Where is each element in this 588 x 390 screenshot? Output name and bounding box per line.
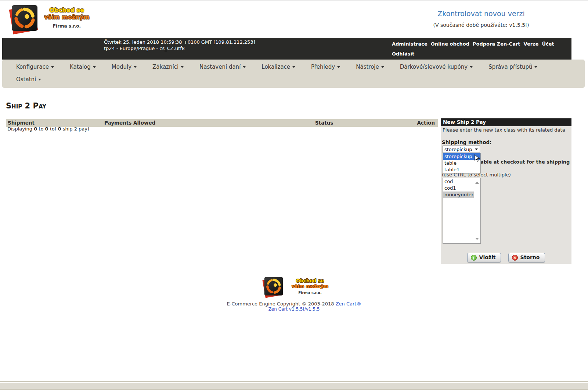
info-bar: Čtvrtek 25. leden 2018 10:59:38 +0100 GM…: [2, 38, 571, 60]
dropdown-option-table1[interactable]: table1: [443, 167, 480, 173]
shipping-method-label: Shipping method:: [442, 139, 492, 145]
server-datetime: Čtvrtek 25. leden 2018 10:59:38 +0100 GM…: [104, 39, 255, 45]
admin-page: Obchod se vším možným Firma s.r.o. Zkont…: [0, 0, 588, 390]
link-administrace[interactable]: Administrace: [392, 41, 428, 47]
x-icon: ✕: [512, 255, 518, 261]
chevron-down-icon: [470, 66, 473, 68]
footer-logo[interactable]: Obchod se vším možným Firma s.r.o.: [261, 276, 335, 298]
shipments-table-header: Shipment Payments Allowed Status Action: [6, 119, 438, 127]
check-new-version-link[interactable]: Zkontrolovat novou verzi: [397, 10, 566, 18]
menu-katalog[interactable]: Katalog: [70, 63, 96, 71]
menu-nastaveni-dani[interactable]: Nastavení daní: [199, 63, 246, 71]
current-version-text: (V současné době používáte: v1.5.5f): [397, 22, 566, 28]
column-shipment: Shipment: [8, 120, 35, 126]
link-ucet[interactable]: Účet: [542, 41, 554, 47]
admin-quick-links: AdministraceOnline obchodPodpora Zen-Car…: [392, 40, 558, 58]
chevron-down-icon: [292, 66, 295, 68]
payments-selectable-label: ctable at checkout for the shipping: [475, 159, 571, 165]
listbox-option-moneyorder[interactable]: moneyorder: [443, 192, 474, 198]
zen-cart-version-link[interactable]: Zen Cart v1.5.5f/v1.5.5: [268, 307, 320, 312]
chevron-down-icon: [181, 66, 184, 68]
chevron-down-icon: [534, 66, 537, 68]
logo-text-line3: Firma s.r.o.: [41, 24, 93, 29]
footer-logo-line2: vším možným: [288, 283, 332, 289]
column-action: Action: [417, 120, 435, 126]
footer-logo-icon: [262, 276, 284, 298]
chevron-down-icon: [93, 66, 96, 68]
plus-icon: +: [471, 255, 477, 261]
chevron-down-icon: [381, 66, 384, 68]
menu-lokalizace[interactable]: Lokalizace: [261, 63, 295, 71]
column-status: Status: [315, 120, 333, 126]
link-podpora-zen-cart[interactable]: Podpora Zen-Cart: [473, 41, 520, 47]
insert-button[interactable]: + Vložit: [467, 253, 501, 262]
link-logout[interactable]: Odhlásit: [392, 51, 414, 57]
chevron-down-icon: [51, 66, 54, 68]
menu-ostatni[interactable]: Ostatní: [16, 75, 41, 83]
store-logo[interactable]: Obchod se vším možným Firma s.r.o.: [8, 4, 93, 37]
panel-intro-text: Please enter the new tax class with its …: [443, 127, 565, 133]
listbox-option-cod[interactable]: cod: [443, 178, 474, 185]
main-menu-bar: Konfigurace Katalog Moduly Zákazníci Nas…: [2, 60, 585, 88]
scroll-up-icon[interactable]: [475, 182, 479, 184]
menu-moduly[interactable]: Moduly: [112, 63, 137, 71]
select-arrow-icon: [475, 149, 478, 150]
menu-konfigurace[interactable]: Konfigurace: [16, 63, 54, 71]
chevron-down-icon: [243, 66, 246, 68]
chevron-down-icon: [38, 79, 41, 80]
shipping-method-select[interactable]: storepickup: [443, 146, 480, 153]
page-title: Ship 2 Pay: [6, 101, 46, 110]
menu-zakaznici[interactable]: Zákazníci: [152, 63, 184, 71]
menu-prehledy[interactable]: Přehledy: [311, 63, 340, 71]
new-ship2pay-panel-title: New Ship 2 Pay: [441, 118, 571, 126]
column-payments-allowed: Payments Allowed: [104, 120, 155, 126]
results-summary: Displaying 0 to 0 (of 0 ship 2 pay): [7, 126, 89, 132]
menu-darkove-slevove-kupony[interactable]: Dárkové/slevové kupóny: [400, 63, 473, 71]
link-verze[interactable]: Verze: [524, 41, 539, 47]
listbox-option-cod1[interactable]: cod1: [443, 185, 474, 192]
logo-text-line1: Obchod se: [41, 7, 93, 14]
new-ship2pay-panel: Please enter the new tax class with its …: [441, 126, 571, 264]
cancel-button[interactable]: ✕ Storno: [508, 253, 545, 262]
mouse-cursor-icon: [475, 154, 480, 164]
link-online-obchod[interactable]: Online obchod: [431, 41, 469, 47]
footer-logo-line1: Obchod se: [288, 278, 332, 283]
store-logo-icon: [9, 4, 38, 34]
payment-modules-listbox[interactable]: cod cod1 moneyorder: [443, 178, 481, 244]
server-locale: tp24 - Europe/Prague - cs_CZ.utf8: [104, 45, 255, 51]
zen-cart-link[interactable]: Zen Cart®: [336, 301, 361, 307]
menu-nastroje[interactable]: Nástroje: [356, 63, 384, 71]
chevron-down-icon: [337, 66, 340, 68]
chevron-down-icon: [134, 66, 137, 68]
scroll-down-icon[interactable]: [475, 238, 479, 240]
copyright-line: E-Commerce Engine Copyright © 2003-2018 …: [0, 301, 588, 307]
footer-logo-line3: Firma s.r.o.: [288, 291, 332, 295]
bottom-divider: [0, 381, 588, 390]
menu-sprava-pristupu[interactable]: Správa přístupů: [488, 63, 537, 71]
listbox-scrollbar[interactable]: [474, 179, 480, 243]
logo-text-line2: vším možným: [41, 14, 93, 21]
footer-version-line: Zen Cart v1.5.5f/v1.5.5: [0, 307, 588, 312]
